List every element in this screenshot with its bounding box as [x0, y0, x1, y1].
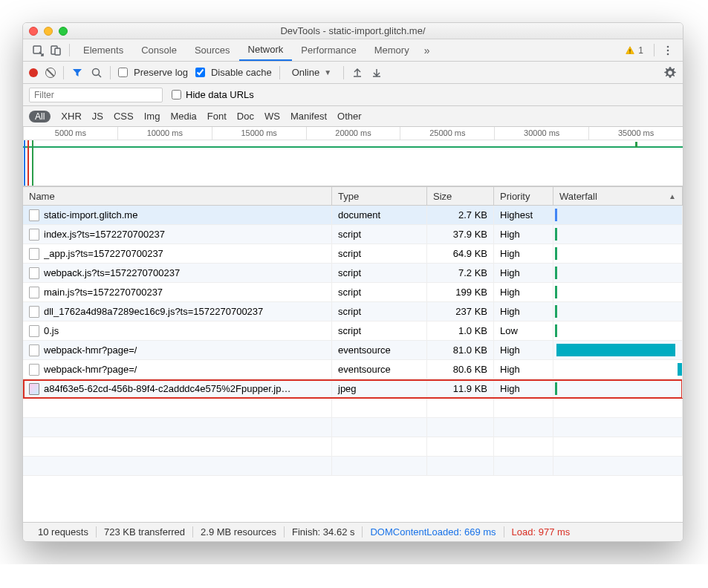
tab-memory[interactable]: Memory [366, 39, 418, 61]
timeline-tick: 10000 ms [117, 127, 212, 140]
cell-waterfall [553, 244, 683, 263]
cell-size: 80.6 KB [427, 360, 494, 379]
request-row[interactable]: 0.jsscript1.0 KBLow [23, 321, 683, 341]
cell-size: 1.0 KB [427, 321, 494, 340]
tab-sources[interactable]: Sources [186, 39, 239, 61]
throttling-select[interactable]: Online ▼ [288, 67, 336, 78]
throttling-value: Online [292, 67, 320, 78]
type-filter-other[interactable]: Other [337, 111, 362, 122]
type-filter-xhr[interactable]: XHR [61, 111, 81, 122]
type-filter-all[interactable]: All [29, 111, 51, 122]
cell-waterfall [553, 264, 683, 282]
cell-name: webpack-hmr?page=/ [23, 360, 332, 379]
filter-bar: Hide data URLs [23, 84, 683, 106]
request-row[interactable]: a84f63e5-62cd-456b-89f4-c2adddc4e575%2Fp… [23, 379, 683, 399]
download-har-icon[interactable] [371, 67, 383, 79]
cell-type: eventsource [332, 360, 427, 379]
chevron-down-icon: ▼ [324, 68, 331, 76]
request-name: index.js?ts=1572270700237 [44, 229, 165, 240]
request-row[interactable]: webpack-hmr?page=/eventsource81.0 KBHigh [23, 341, 683, 360]
tab-elements[interactable]: Elements [74, 39, 132, 61]
record-button[interactable] [29, 68, 38, 77]
cell-priority: Low [494, 321, 553, 340]
type-filter-img[interactable]: Img [144, 111, 160, 122]
cell-name: main.js?ts=1572270700237 [23, 283, 332, 301]
status-load: Load: 977 ms [504, 526, 578, 538]
tab-performance[interactable]: Performance [292, 39, 365, 61]
empty-row [23, 457, 683, 476]
disable-cache-checkbox[interactable]: Disable cache [195, 67, 272, 78]
request-row[interactable]: _app.js?ts=1572270700237script64.9 KBHig… [23, 244, 683, 264]
status-requests: 10 requests [30, 526, 97, 538]
request-name: dll_1762a4d98a7289ec16c9.js?ts=157227070… [44, 306, 263, 317]
svg-point-5 [667, 45, 669, 48]
cell-size: 64.9 KB [427, 244, 494, 263]
clear-button[interactable] [45, 68, 56, 78]
type-filter-media[interactable]: Media [170, 111, 196, 122]
svg-rect-4 [630, 52, 631, 53]
cell-size: 2.7 KB [427, 206, 494, 224]
col-priority[interactable]: Priority [494, 187, 553, 205]
svg-point-6 [667, 49, 669, 51]
filter-toggle-icon[interactable] [71, 67, 83, 79]
device-toggle-icon[interactable] [47, 39, 65, 61]
tab-console[interactable]: Console [132, 39, 186, 61]
separator [343, 66, 344, 79]
request-row[interactable]: webpack-hmr?page=/eventsource80.6 KBHigh [23, 360, 683, 379]
separator [654, 44, 655, 56]
hide-data-urls-checkbox[interactable]: Hide data URLs [172, 89, 254, 100]
titlebar: DevTools - static-import.glitch.me/ [23, 23, 683, 39]
request-row[interactable]: dll_1762a4d98a7289ec16c9.js?ts=157227070… [23, 302, 683, 321]
request-name: a84f63e5-62cd-456b-89f4-c2adddc4e575%2Fp… [44, 383, 290, 394]
cell-type: script [332, 321, 427, 340]
col-size[interactable]: Size [427, 187, 494, 205]
type-filter-js[interactable]: JS [92, 111, 103, 122]
warnings-badge[interactable]: 1 [619, 39, 649, 61]
empty-row [23, 418, 683, 437]
request-row[interactable]: index.js?ts=1572270700237script37.9 KBHi… [23, 225, 683, 244]
tab-network[interactable]: Network [239, 39, 293, 61]
separator [279, 66, 280, 79]
type-filter-font[interactable]: Font [207, 111, 227, 122]
cell-size: 81.0 KB [427, 341, 494, 359]
empty-row [23, 399, 683, 418]
cell-size: 7.2 KB [427, 264, 494, 282]
empty-row [23, 437, 683, 457]
search-icon[interactable] [91, 67, 103, 79]
cell-type: script [332, 264, 427, 282]
col-waterfall[interactable]: Waterfall ▲ [553, 187, 683, 205]
svg-rect-2 [55, 48, 60, 55]
request-row[interactable]: static-import.glitch.medocument2.7 KBHig… [23, 206, 683, 225]
cell-type: script [332, 225, 427, 244]
type-filter-doc[interactable]: Doc [237, 111, 254, 122]
cell-waterfall [553, 341, 683, 359]
cell-name: a84f63e5-62cd-456b-89f4-c2adddc4e575%2Fp… [23, 379, 332, 398]
more-tabs-icon[interactable]: » [418, 39, 436, 61]
col-name[interactable]: Name [23, 187, 332, 205]
timeline-tick: 20000 ms [306, 127, 400, 140]
window-title: DevTools - static-import.glitch.me/ [23, 25, 683, 36]
separator [69, 44, 70, 56]
request-row[interactable]: main.js?ts=1572270700237script199 KBHigh [23, 283, 683, 302]
request-row[interactable]: webpack.js?ts=1572270700237script7.2 KBH… [23, 264, 683, 283]
col-type[interactable]: Type [332, 187, 427, 205]
settings-gear-icon[interactable] [663, 66, 677, 79]
cell-type: script [332, 283, 427, 301]
kebab-menu-icon[interactable] [659, 39, 677, 61]
disable-cache-label: Disable cache [211, 67, 272, 78]
type-filter-ws[interactable]: WS [264, 111, 280, 122]
type-filter-css[interactable]: CSS [114, 111, 134, 122]
preserve-log-label: Preserve log [134, 67, 188, 78]
cell-priority: High [494, 283, 553, 301]
filter-input[interactable] [29, 88, 163, 102]
timeline-overview[interactable]: 5000 ms10000 ms15000 ms20000 ms25000 ms3… [23, 127, 683, 186]
cell-waterfall [553, 379, 683, 398]
request-name: webpack-hmr?page=/ [44, 364, 137, 375]
preserve-log-checkbox[interactable]: Preserve log [118, 67, 188, 78]
upload-har-icon[interactable] [351, 67, 363, 79]
request-name: webpack.js?ts=1572270700237 [44, 267, 180, 278]
type-filter-manifest[interactable]: Manifest [290, 111, 327, 122]
cell-size: 199 KB [427, 283, 494, 301]
timeline-tick: 15000 ms [212, 127, 306, 140]
inspect-icon[interactable] [29, 39, 47, 61]
